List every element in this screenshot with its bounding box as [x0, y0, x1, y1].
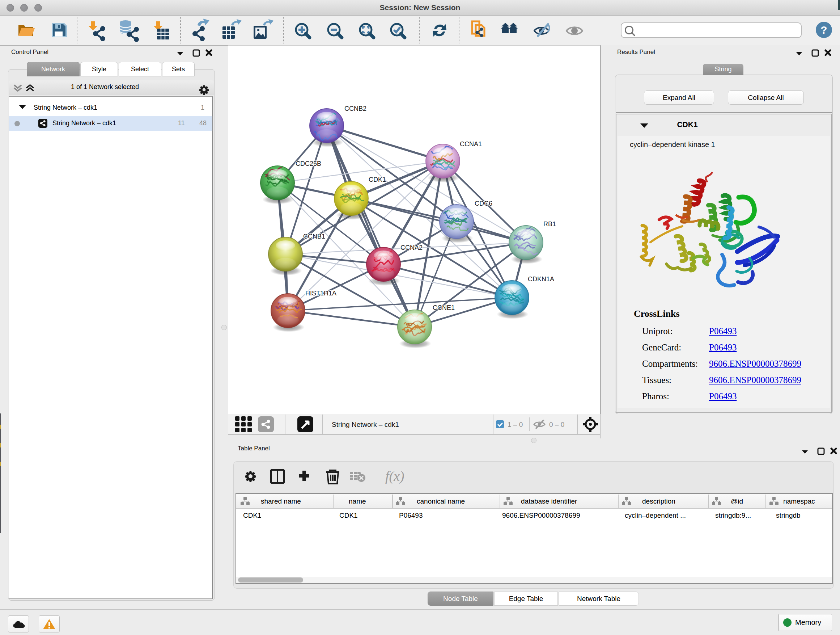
svg-text:String Network – cdk1: String Network – cdk1 [332, 421, 399, 428]
svg-text:CDK1: CDK1 [369, 176, 386, 183]
svg-text:CCNB2: CCNB2 [344, 105, 366, 112]
svg-text:RB1: RB1 [543, 220, 556, 228]
svg-text:CDC25B: CDC25B [295, 160, 321, 167]
svg-text:f(x): f(x) [385, 469, 404, 484]
svg-text:canonical name: canonical name [417, 497, 465, 505]
svg-text:description: description [642, 497, 676, 505]
svg-text:namespac: namespac [783, 497, 815, 505]
svg-text:0 – 0: 0 – 0 [549, 421, 564, 428]
svg-text:CCNB1: CCNB1 [303, 233, 325, 240]
svg-text:@id: @id [731, 497, 743, 505]
svg-text:database identifier: database identifier [521, 497, 577, 505]
svg-text:name: name [349, 497, 366, 505]
svg-text:CDC6: CDC6 [475, 200, 493, 207]
svg-text:CCNA1: CCNA1 [460, 141, 482, 148]
svg-text:CCNE1: CCNE1 [433, 304, 455, 311]
svg-text:CDKN1A: CDKN1A [528, 276, 554, 283]
svg-text:shared name: shared name [261, 497, 301, 505]
svg-text:1 – 0: 1 – 0 [508, 421, 523, 428]
svg-text:HIST1H1A: HIST1H1A [305, 290, 336, 297]
svg-text:CCNA2: CCNA2 [401, 244, 423, 251]
